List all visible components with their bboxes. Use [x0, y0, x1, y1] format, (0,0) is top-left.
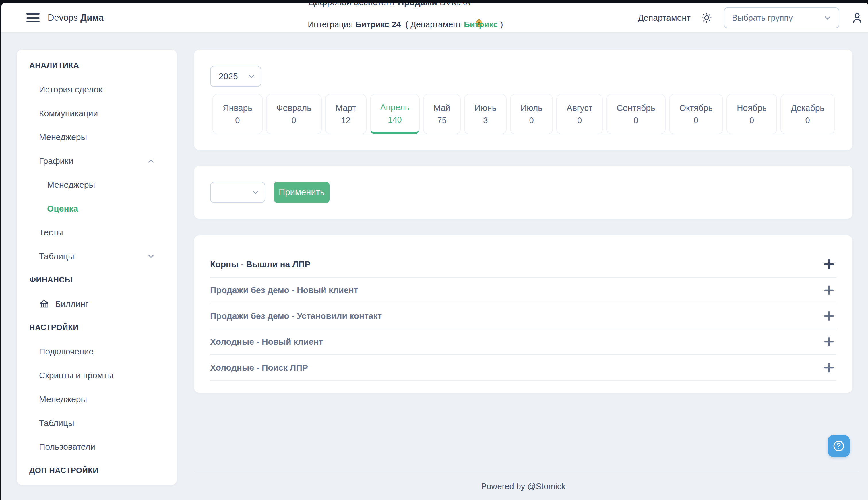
month-tab-март[interactable]: Март12 [325, 94, 367, 134]
sidebar-section-header: ФИНАНСЫ [16, 268, 177, 292]
month-label: Июль [521, 103, 542, 113]
plus-icon[interactable] [823, 258, 835, 271]
funnel-row[interactable]: Холодные - Новый клиент [210, 329, 836, 355]
sidebar-item-графики[interactable]: Графики [16, 149, 177, 173]
page-title-line1: Цифровой ассистент Продажи BVMAX $ [308, 3, 484, 8]
month-tab-декабрь[interactable]: Декабрь0 [780, 94, 835, 134]
month-count: 3 [483, 116, 488, 125]
sidebar-item-оценка[interactable]: Оценка [16, 197, 177, 220]
funnel-row-title: Корпы - Вышли на ЛПР [210, 260, 310, 269]
sidebar-item-label: Менеджеры [39, 394, 87, 404]
month-tab-ноябрь[interactable]: Ноябрь0 [727, 94, 777, 134]
year-select[interactable]: 2025 [210, 66, 261, 87]
sidebar-item-подключение[interactable]: Подключение [16, 340, 177, 363]
theme-sun-icon[interactable] [701, 12, 712, 24]
sidebar-item-менеджеры[interactable]: Менеджеры [16, 125, 177, 149]
month-tab-сентябрь[interactable]: Сентябрь0 [606, 94, 665, 134]
sidebar-item-label: Пользователи [39, 442, 95, 452]
title-text: Цифровой ассистент [308, 3, 398, 8]
brand-title: Devops Дима [48, 3, 104, 33]
brand-regular: Devops [48, 13, 78, 23]
subtitle-text: Интеграция [308, 20, 355, 29]
subtitle-green: Битрикс [464, 20, 498, 29]
title-text: BVMAX [437, 3, 471, 8]
sidebar-item-label: Коммуникации [39, 109, 98, 118]
chevron-down-icon [247, 72, 256, 81]
sidebar-item-таблицы[interactable]: Таблицы [16, 411, 177, 435]
sidebar-item-менеджеры[interactable]: Менеджеры [16, 387, 177, 411]
plus-icon[interactable] [823, 310, 835, 322]
month-count: 75 [437, 116, 447, 125]
plus-icon[interactable] [823, 284, 835, 296]
sidebar-item-label: НАСТРОЙКИ [29, 323, 79, 332]
funnel-select[interactable] [210, 182, 265, 203]
month-tabs: Январь0Февраль0Март12Апрель140Май75Июнь3… [213, 93, 834, 134]
sidebar-item-биллинг[interactable]: Биллинг [16, 292, 177, 316]
month-tab-июнь[interactable]: Июнь3 [464, 94, 507, 134]
subtitle-text: ( Департамент [401, 20, 464, 29]
sidebar-item-тесты[interactable]: Тесты [16, 220, 177, 244]
sidebar-item-таблицы[interactable]: Таблицы [16, 244, 177, 268]
sidebar-item-пользователи[interactable]: Пользователи [16, 435, 177, 459]
group-select-placeholder: Выбрать группу [732, 13, 823, 23]
month-tab-август[interactable]: Август0 [556, 94, 603, 134]
money-bag-icon: $ [473, 3, 484, 8]
month-count: 0 [750, 116, 754, 125]
sidebar-item-label: Графики [39, 156, 73, 166]
department-nav-item[interactable]: Департамент [638, 3, 690, 33]
month-label: Октябрь [679, 103, 713, 113]
sidebar-item-label: Подключение [39, 347, 94, 356]
month-tab-январь[interactable]: Январь0 [213, 94, 263, 134]
funnel-row[interactable]: Продажи без демо - Установили контакт [210, 303, 836, 329]
sidebar-item-label: Таблицы [39, 418, 75, 428]
month-label: Июнь [475, 103, 496, 113]
filter-card: Применить [194, 166, 853, 219]
sidebar-item-label: Менеджеры [47, 180, 95, 190]
plus-icon[interactable] [823, 336, 835, 348]
month-label: Ноябрь [737, 103, 767, 113]
department-label: Департамент [638, 13, 690, 23]
subtitle-text: ) [498, 20, 503, 29]
month-tab-апрель[interactable]: Апрель140 [370, 94, 420, 134]
funnel-row[interactable]: Корпы - Вышли на ЛПР [210, 252, 836, 277]
sidebar-item-менеджеры[interactable]: Менеджеры [16, 173, 177, 197]
group-select[interactable]: Выбрать группу [724, 8, 839, 28]
month-count: 0 [694, 116, 698, 125]
month-label: Август [567, 103, 592, 113]
month-count: 0 [577, 116, 582, 125]
month-tab-июль[interactable]: Июль0 [510, 94, 553, 134]
sidebar-item-история-сделок[interactable]: История сделок [16, 78, 177, 101]
plus-icon[interactable] [823, 361, 835, 374]
help-button[interactable] [827, 435, 850, 457]
month-tab-февраль[interactable]: Февраль0 [266, 94, 322, 134]
month-count: 140 [388, 115, 402, 125]
sidebar-section-header: ДОП НАСТРОЙКИ [16, 459, 177, 482]
chevron-down-icon [823, 13, 832, 23]
user-profile-icon[interactable] [851, 11, 864, 24]
brand-bold: Дима [80, 13, 104, 23]
month-tab-октябрь[interactable]: Октябрь0 [669, 94, 723, 134]
funnel-row[interactable]: Холодные - Поиск ЛПР [210, 355, 836, 381]
sidebar-item-коммуникации[interactable]: Коммуникации [16, 101, 177, 125]
question-icon [832, 440, 845, 453]
powered-by: Powered by @Stomick [194, 482, 853, 491]
month-count: 0 [235, 116, 240, 125]
month-tab-май[interactable]: Май75 [423, 94, 461, 134]
month-label: Сентябрь [617, 103, 655, 113]
sidebar-section-header: НАСТРОЙКИ [16, 316, 177, 340]
page-title-line2: Интеграция Битрикс 24 ( Департамент Битр… [289, 10, 503, 39]
funnel-row[interactable]: Продажи без демо - Новый клиент [210, 277, 836, 303]
page-title: Цифровой ассистент Продажи BVMAX $ Интег… [289, 3, 503, 33]
sidebar-item-label: Биллинг [55, 299, 88, 309]
apply-button[interactable]: Применить [274, 182, 330, 203]
month-count: 0 [529, 116, 534, 125]
sidebar-section-header: АНАЛИТИКА [16, 54, 177, 78]
bank-icon [39, 299, 49, 309]
title-bold: Продажи [398, 3, 437, 8]
funnel-row-title: Холодные - Поиск ЛПР [210, 363, 308, 373]
sidebar-item-label: АНАЛИТИКА [29, 61, 79, 70]
sidebar-item-скрипты-и-промты[interactable]: Скрипты и промты [16, 363, 177, 387]
app-window: Devops Дима Цифровой ассистент Продажи B… [1, 3, 868, 500]
funnels-card: Корпы - Вышли на ЛПРПродажи без демо - Н… [194, 235, 853, 393]
menu-icon[interactable] [26, 13, 39, 22]
